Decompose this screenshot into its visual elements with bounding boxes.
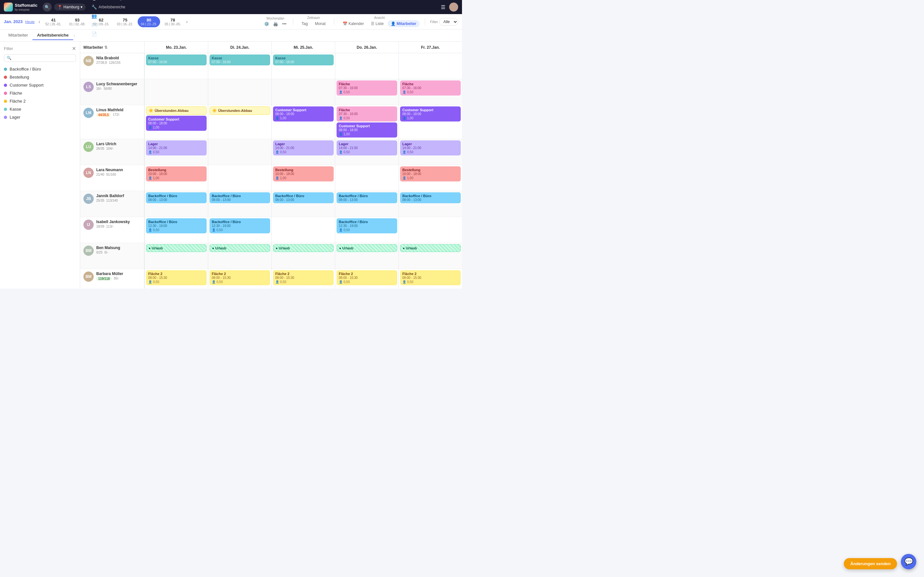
shift-card[interactable]: Backoffice / Büro08:00 - 13:00 bbox=[210, 192, 270, 203]
shift-card[interactable]: Fläche 208:00 - 15:30👤 0,50 bbox=[336, 270, 397, 285]
shift-card[interactable]: Fläche07:30 - 16:00👤 0,50 bbox=[336, 81, 397, 95]
tab-tag[interactable]: Tag bbox=[298, 20, 311, 27]
day-cell[interactable]: Kasse07:00 - 16:00 bbox=[271, 53, 335, 79]
filter-item-backoffice--büro[interactable]: Backoffice / Büro bbox=[4, 65, 76, 73]
day-cell[interactable]: Fläche 208:00 - 15:30👤 0,50 bbox=[399, 269, 462, 288]
day-cell[interactable]: Bestellung10:00 - 18:00👤 1,00 bbox=[271, 165, 335, 191]
tab-kalender[interactable]: 📅 Kalender bbox=[339, 20, 367, 27]
day-cell[interactable]: ☀️Überstunden-Abbau bbox=[208, 105, 271, 139]
nav-item-arbeitsbereiche[interactable]: 🔧Arbeitsbereiche bbox=[88, 3, 128, 11]
print-icon[interactable]: 🖨️ bbox=[272, 21, 279, 27]
week-pill-1[interactable]: 9301 | 02.-08. bbox=[66, 16, 89, 27]
day-cell[interactable] bbox=[208, 165, 271, 191]
day-cell[interactable]: Backoffice / Büro08:00 - 13:00 bbox=[335, 191, 399, 217]
filter-dropdown[interactable]: Alle bbox=[439, 18, 458, 26]
clear-filter-button[interactable]: ✕ bbox=[72, 45, 76, 52]
shift-card[interactable]: Lager14:00 - 21:00👤 0,50 bbox=[400, 140, 461, 155]
day-cell[interactable]: Lager14:00 - 21:00👤 0,50 bbox=[335, 139, 399, 165]
day-cell[interactable]: Backoffice / Büro12:30 - 19:00👤 0,50 bbox=[144, 217, 208, 243]
week-pill-5[interactable]: 7805 | 30.-05. bbox=[162, 16, 184, 27]
shift-card[interactable]: Fläche07:30 - 16:00👤 0,50 bbox=[400, 81, 461, 95]
day-cell[interactable]: Backoffice / Büro12:30 - 19:00👤 0,50 bbox=[335, 217, 399, 243]
nav-item-protokoll[interactable]: 📄Protokoll bbox=[88, 29, 128, 39]
day-cell[interactable] bbox=[335, 165, 399, 191]
shift-card[interactable]: Customer Support08:00 - 18:00👤 1,00 bbox=[400, 106, 461, 121]
day-cell[interactable]: Backoffice / Büro08:00 - 13:00 bbox=[144, 191, 208, 217]
day-cell[interactable] bbox=[399, 53, 462, 79]
more-icon[interactable]: ••• bbox=[281, 21, 288, 27]
day-cell[interactable]: Bestellung10:00 - 18:00👤 1,00 bbox=[144, 165, 208, 191]
prev-week-button[interactable]: ‹ bbox=[37, 18, 42, 25]
day-cell[interactable] bbox=[208, 139, 271, 165]
filter-item-fläche[interactable]: Fläche bbox=[4, 89, 76, 97]
tab-liste[interactable]: ☰ Liste bbox=[368, 20, 387, 27]
day-cell[interactable]: Customer Support08:00 - 18:00👤 1,00 bbox=[271, 105, 335, 139]
sort-icon[interactable]: ⇅ bbox=[104, 45, 107, 50]
shift-card[interactable]: Backoffice / Büro12:30 - 19:00👤 0,50 bbox=[210, 218, 270, 234]
shift-card[interactable]: Kasse07:00 - 16:00 bbox=[273, 55, 334, 65]
shift-card[interactable]: Customer Support08:00 - 18:00👤 1,00 bbox=[273, 106, 334, 121]
menu-icon[interactable]: ☰ bbox=[439, 3, 447, 11]
day-cell[interactable]: ● Urlaub bbox=[271, 243, 335, 269]
shift-card[interactable]: Backoffice / Büro08:00 - 13:00 bbox=[146, 192, 207, 203]
day-cell[interactable]: Fläche 208:00 - 15:30👤 0,50 bbox=[208, 269, 271, 288]
day-cell[interactable]: Lager14:00 - 21:00👤 0,50 bbox=[399, 139, 462, 165]
next-week-button[interactable]: › bbox=[184, 18, 190, 25]
shift-card[interactable]: ● Urlaub bbox=[146, 244, 207, 252]
nav-item-zeiterfassung[interactable]: ⏱️Zeiterfassung bbox=[88, 0, 128, 3]
shift-card[interactable]: Lager14:00 - 21:00👤 0,50 bbox=[336, 140, 397, 155]
user-avatar[interactable] bbox=[449, 3, 458, 11]
shift-card[interactable]: Backoffice / Büro08:00 - 13:00 bbox=[400, 192, 461, 203]
filter-item-bestellung[interactable]: Bestellung bbox=[4, 73, 76, 81]
subtab-mitarbeiter[interactable]: Mitarbeiter bbox=[4, 31, 32, 40]
shift-card[interactable]: Fläche 208:00 - 15:30👤 0,50 bbox=[273, 270, 334, 285]
filter-item-fläche-2[interactable]: Fläche 2 bbox=[4, 97, 76, 105]
day-cell[interactable] bbox=[208, 79, 271, 105]
filter-item-customer-support[interactable]: Customer Support bbox=[4, 81, 76, 89]
shift-card[interactable]: Bestellung10:00 - 18:00👤 1,00 bbox=[146, 166, 207, 181]
day-cell[interactable]: Bestellung10:00 - 18:00👤 1,00 bbox=[399, 165, 462, 191]
shift-card[interactable]: Lager14:00 - 21:00👤 0,50 bbox=[273, 140, 334, 155]
shift-card[interactable]: Fläche 208:00 - 15:30👤 0,50 bbox=[210, 270, 270, 285]
day-cell[interactable] bbox=[144, 79, 208, 105]
shift-card[interactable]: Customer Support08:00 - 18:00👤 1,00 bbox=[146, 116, 207, 131]
day-cell[interactable]: ● Urlaub bbox=[399, 243, 462, 269]
search-input[interactable] bbox=[13, 56, 73, 60]
collapse-sidebar-icon[interactable]: ‹ bbox=[74, 33, 75, 39]
shift-card[interactable]: ● Urlaub bbox=[210, 244, 270, 252]
today-button[interactable]: Heute bbox=[25, 20, 35, 24]
day-cell[interactable]: Customer Support08:00 - 18:00👤 1,00 bbox=[399, 105, 462, 139]
day-cell[interactable]: Fläche 208:00 - 15:30👤 0,50 bbox=[271, 269, 335, 288]
shift-card[interactable]: Bestellung10:00 - 18:00👤 1,00 bbox=[400, 166, 461, 181]
week-pill-4[interactable]: 8004 | 23.-29. bbox=[137, 16, 160, 27]
day-cell[interactable]: ● Urlaub bbox=[335, 243, 399, 269]
day-cell[interactable]: Lager14:00 - 21:00👤 0,50 bbox=[144, 139, 208, 165]
day-cell[interactable] bbox=[271, 217, 335, 243]
day-cell[interactable]: Kasse07:00 - 16:00 bbox=[208, 53, 271, 79]
settings-icon[interactable]: ⚙️ bbox=[263, 21, 270, 27]
shift-card[interactable]: Backoffice / Büro12:30 - 19:00👤 0,50 bbox=[146, 218, 207, 234]
shift-card[interactable]: Kasse07:00 - 16:00 bbox=[146, 55, 207, 65]
shift-card[interactable]: Fläche 208:00 - 15:30👤 0,50 bbox=[146, 270, 207, 285]
shift-card[interactable]: Bestellung10:00 - 18:00👤 1,00 bbox=[273, 166, 334, 181]
shift-card[interactable]: Fläche07:30 - 16:00👤 0,50 bbox=[336, 106, 397, 121]
shift-card[interactable]: Backoffice / Büro08:00 - 13:00 bbox=[336, 192, 397, 203]
day-cell[interactable]: Backoffice / Büro08:00 - 13:00 bbox=[271, 191, 335, 217]
day-cell[interactable]: Fläche 208:00 - 15:30👤 0,50 bbox=[144, 269, 208, 288]
shift-card[interactable]: Backoffice / Büro12:30 - 19:00👤 0,50 bbox=[336, 218, 397, 234]
day-cell[interactable]: ☀️Überstunden-AbbauCustomer Support08:00… bbox=[144, 105, 208, 139]
day-cell[interactable] bbox=[271, 79, 335, 105]
shift-card[interactable]: ☀️Überstunden-Abbau bbox=[146, 106, 207, 115]
tab-mitarbeiter[interactable]: 👤 Mitarbeiter bbox=[388, 20, 420, 27]
week-pill-2[interactable]: 6202 | 09.-15. bbox=[90, 16, 112, 27]
day-cell[interactable]: Fläche07:30 - 16:00👤 0,50Customer Suppor… bbox=[335, 105, 399, 139]
shift-card[interactable]: ● Urlaub bbox=[273, 244, 334, 252]
day-cell[interactable]: Backoffice / Büro08:00 - 13:00 bbox=[208, 191, 271, 217]
day-cell[interactable]: Backoffice / Büro12:30 - 19:00👤 0,50 bbox=[208, 217, 271, 243]
filter-item-kasse[interactable]: Kasse bbox=[4, 105, 76, 113]
subtab-arbeitsbereiche[interactable]: Arbeitsbereiche bbox=[32, 31, 73, 40]
day-cell[interactable]: Lager14:00 - 21:00👤 0,50 bbox=[271, 139, 335, 165]
search-button[interactable]: 🔍 bbox=[43, 3, 52, 11]
day-cell[interactable]: ● Urlaub bbox=[144, 243, 208, 269]
day-cell[interactable]: Kasse07:00 - 16:00 bbox=[144, 53, 208, 79]
